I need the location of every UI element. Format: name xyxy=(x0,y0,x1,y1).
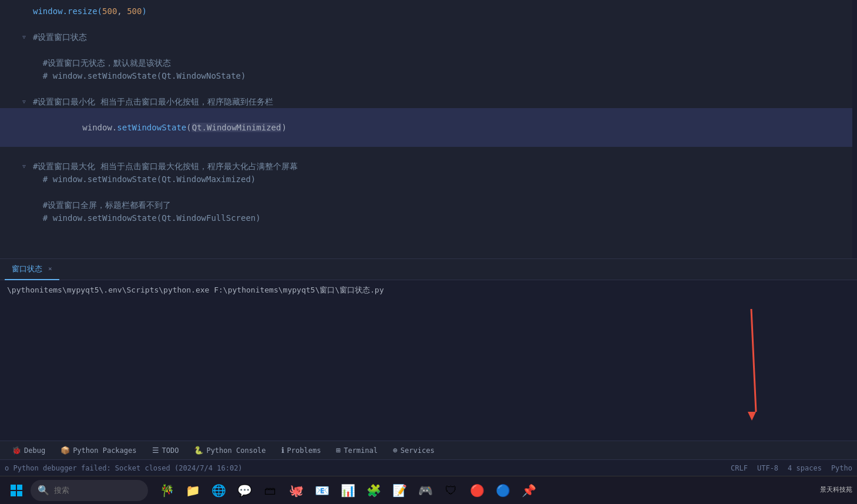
tool-tab-services-label: Services xyxy=(401,446,435,455)
status-right: CRLF UTF-8 4 spaces Pytho xyxy=(731,464,852,472)
tool-tab-todo[interactable]: ☰ TODO xyxy=(145,441,186,460)
taskbar-app[interactable]: 📊 xyxy=(336,479,359,502)
taskbar: 🔍 🎋 📁 🌐 💬 🗃 🐙 📧 📊 🧩 📝 🎮 🛡 🔴 🔵 📌 景天科技苑 xyxy=(0,476,857,504)
taskbar-search-icon: 🔍 xyxy=(38,485,49,496)
taskbar-app[interactable]: 💬 xyxy=(233,479,256,502)
code-line xyxy=(0,18,857,31)
code-content: window.resize(500, 500) ▽ #设置窗口状态 #设置窗口无… xyxy=(0,0,857,258)
problems-icon: ℹ xyxy=(281,446,284,455)
tool-tab-services[interactable]: ⊕ Services xyxy=(386,441,442,460)
status-indent: 4 spaces xyxy=(788,464,822,472)
taskbar-app[interactable]: 📌 xyxy=(517,479,540,502)
code-line: ▽ #设置窗口最小化 相当于点击窗口最小化按钮，程序隐藏到任务栏 xyxy=(0,95,857,108)
code-line: window.resize(500, 500) xyxy=(0,5,857,18)
comment-text: # window.setWindowState(Qt.WindowMaximiz… xyxy=(33,173,256,186)
taskbar-app[interactable]: 📧 xyxy=(310,479,334,502)
comment-text: #设置窗口最小化 相当于点击窗口最小化按钮，程序隐藏到任务栏 xyxy=(33,95,273,108)
run-output: \pythonitems\mypyqt5\.env\Scripts\python… xyxy=(0,280,857,441)
code-text: window.setWindowState(Qt.WindowMinimized… xyxy=(33,108,287,147)
taskbar-app[interactable]: 🎋 xyxy=(155,479,179,502)
code-line: #设置窗口无状态，默认就是该状态 xyxy=(0,56,857,69)
run-tab-active[interactable]: 窗口状态 × xyxy=(5,259,59,280)
run-panel: 窗口状态 × \pythonitems\mypyqt5\.env\Scripts… xyxy=(0,258,857,441)
tool-tab-python-packages-label: Python Packages xyxy=(73,446,136,455)
taskbar-search-box[interactable]: 🔍 xyxy=(31,480,148,501)
code-line: # window.setWindowState(Qt.WindowNoState… xyxy=(0,69,857,82)
python-console-icon: 🐍 xyxy=(194,446,203,455)
run-tabs: 窗口状态 × xyxy=(0,259,857,280)
debug-icon: 🐞 xyxy=(12,446,21,455)
tool-tab-problems[interactable]: ℹ Problems xyxy=(274,441,328,460)
taskbar-app[interactable]: 🎮 xyxy=(414,479,437,502)
status-left: o Python debugger failed: Socket closed … xyxy=(5,464,243,472)
code-line xyxy=(0,186,857,199)
gutter-fold[interactable]: ▽ xyxy=(20,160,28,173)
taskbar-app[interactable]: 🗃 xyxy=(258,479,282,502)
code-line: ▽ #设置窗口状态 xyxy=(0,31,857,43)
taskbar-app[interactable]: 🔵 xyxy=(491,479,515,502)
taskbar-search-input[interactable] xyxy=(54,486,125,495)
todo-icon: ☰ xyxy=(152,446,159,455)
taskbar-app[interactable]: 📁 xyxy=(181,479,204,502)
taskbar-app[interactable]: 🧩 xyxy=(362,479,385,502)
tool-tab-python-console[interactable]: 🐍 Python Console xyxy=(187,441,273,460)
status-encoding: CRLF xyxy=(731,464,748,472)
taskbar-apps: 🎋 📁 🌐 💬 🗃 🐙 📧 📊 🧩 📝 🎮 🛡 🔴 🔵 📌 xyxy=(155,479,818,502)
run-command: \pythonitems\mypyqt5\.env\Scripts\python… xyxy=(7,285,384,294)
comment-text: # window.setWindowState(Qt.WindowNoState… xyxy=(33,69,246,82)
status-charset: UTF-8 xyxy=(757,464,778,472)
tool-tab-terminal-label: Terminal xyxy=(344,446,378,455)
comment-text: #设置窗口全屏，标题栏都看不到了 xyxy=(33,199,171,211)
taskbar-app[interactable]: 🐙 xyxy=(284,479,308,502)
taskbar-brand: 景天科技苑 xyxy=(820,486,852,494)
vertical-scrollbar[interactable] xyxy=(852,0,857,258)
svg-rect-2 xyxy=(11,485,16,490)
tool-tab-debug[interactable]: 🐞 Debug xyxy=(5,441,52,460)
taskbar-app[interactable]: 🔴 xyxy=(465,479,489,502)
code-line xyxy=(0,147,857,160)
python-packages-icon: 📦 xyxy=(61,446,70,455)
comment-text: #设置窗口状态 xyxy=(33,31,87,43)
taskbar-app[interactable]: 🛡 xyxy=(439,479,463,502)
code-line-highlighted: window.setWindowState(Qt.WindowMinimized… xyxy=(0,108,857,147)
status-message: o Python debugger failed: Socket closed … xyxy=(5,464,243,472)
windows-icon xyxy=(11,485,22,496)
comment-text: #设置窗口最大化 相当于点击窗口最大化按钮，程序最大化占满整个屏幕 xyxy=(33,160,298,173)
code-line xyxy=(0,43,857,56)
code-line: # window.setWindowState(Qt.WindowFullScr… xyxy=(0,211,857,224)
gutter-fold[interactable]: ▽ xyxy=(20,95,28,108)
services-icon: ⊕ xyxy=(393,446,398,455)
bottom-toolbar: 🐞 Debug 📦 Python Packages ☰ TODO 🐍 Pytho… xyxy=(0,441,857,459)
tool-tab-terminal[interactable]: ⊞ Terminal xyxy=(329,441,385,460)
tool-tab-problems-label: Problems xyxy=(287,446,321,455)
tool-tab-python-console-label: Python Console xyxy=(206,446,265,455)
terminal-icon: ⊞ xyxy=(336,446,341,455)
taskbar-right: 景天科技苑 xyxy=(820,486,852,494)
status-bar: o Python debugger failed: Socket closed … xyxy=(0,459,857,476)
code-line: ▽ #设置窗口最大化 相当于点击窗口最大化按钮，程序最大化占满整个屏幕 xyxy=(0,160,857,173)
gutter-fold[interactable]: ▽ xyxy=(20,31,28,43)
run-tab-label: 窗口状态 xyxy=(12,264,42,274)
tool-tab-todo-label: TODO xyxy=(162,446,179,455)
svg-rect-4 xyxy=(11,491,16,496)
taskbar-app[interactable]: 📝 xyxy=(388,479,411,502)
tool-tab-python-packages[interactable]: 📦 Python Packages xyxy=(53,441,143,460)
code-text: window.resize(500, 500) xyxy=(33,5,147,18)
comment-text: #设置窗口无状态，默认就是该状态 xyxy=(33,56,171,69)
code-editor: window.resize(500, 500) ▽ #设置窗口状态 #设置窗口无… xyxy=(0,0,857,258)
status-language: Pytho xyxy=(831,464,852,472)
svg-rect-5 xyxy=(17,491,22,496)
code-line: # window.setWindowState(Qt.WindowMaximiz… xyxy=(0,173,857,186)
code-line xyxy=(0,82,857,95)
tool-tab-debug-label: Debug xyxy=(24,446,45,455)
start-button[interactable] xyxy=(5,479,28,502)
taskbar-app[interactable]: 🌐 xyxy=(207,479,230,502)
comment-text: # window.setWindowState(Qt.WindowFullScr… xyxy=(33,211,261,224)
code-line: #设置窗口全屏，标题栏都看不到了 xyxy=(0,199,857,211)
run-tab-close[interactable]: × xyxy=(48,265,52,273)
svg-rect-3 xyxy=(17,485,22,490)
